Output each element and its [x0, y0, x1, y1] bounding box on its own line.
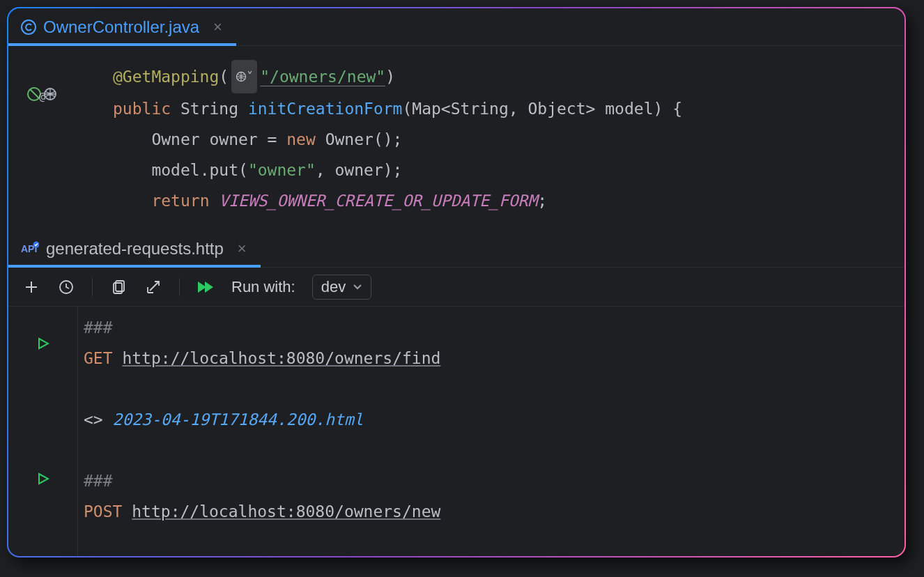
separator: ### — [84, 472, 113, 490]
close-icon[interactable]: × — [213, 18, 222, 36]
run-icon[interactable] — [37, 472, 49, 485]
mapping-path[interactable]: "/owners/new" — [260, 68, 385, 86]
tab-generated-requests[interactable]: API generated-requests.http × — [8, 230, 259, 267]
editor-gutter: @ — [8, 46, 78, 230]
run-icon[interactable] — [37, 337, 49, 350]
svg-point-0 — [22, 20, 36, 34]
tab-label: generated-requests.http — [46, 239, 224, 259]
request-url[interactable]: http://localhost:8080/owners/find — [122, 349, 440, 367]
http-tabbar: API generated-requests.http × — [8, 230, 904, 268]
import-icon[interactable] — [144, 278, 162, 296]
http-editor[interactable]: ### GET http://localhost:8080/owners/fin… — [8, 307, 904, 556]
http-code-area[interactable]: ### GET http://localhost:8080/owners/fin… — [78, 307, 904, 556]
method-name: initCreationForm — [248, 100, 403, 118]
code-area[interactable]: @GetMapping(˅"/owners/new") public Strin… — [78, 46, 904, 230]
examples-icon[interactable] — [109, 278, 128, 296]
http-file-icon: API — [21, 241, 39, 256]
run-all-icon[interactable] — [197, 278, 215, 296]
svg-text:@: @ — [39, 91, 45, 103]
response-file-link[interactable]: 2023-04-19T171844.200.html — [113, 410, 364, 429]
run-with-label: Run with: — [231, 278, 295, 296]
env-dropdown[interactable]: dev — [312, 275, 371, 300]
http-toolbar: Run with: dev — [8, 268, 904, 307]
chevron-down-icon — [353, 284, 362, 291]
view-constant: VIEWS_OWNER_CREATE_OR_UPDATE_FORM — [219, 192, 537, 210]
editor-tabbar: OwnerController.java × — [8, 8, 904, 46]
http-verb: GET — [84, 349, 113, 367]
tab-owner-controller[interactable]: OwnerController.java × — [8, 8, 235, 45]
close-icon[interactable]: × — [238, 240, 247, 258]
annotation: @GetMapping — [113, 68, 219, 86]
tab-label: OwnerController.java — [43, 17, 199, 37]
divider — [179, 278, 180, 296]
history-icon[interactable] — [57, 278, 75, 296]
env-value: dev — [321, 278, 346, 296]
add-icon[interactable] — [22, 278, 40, 296]
request-url[interactable]: http://localhost:8080/owners/new — [132, 502, 440, 521]
globe-icon[interactable]: ˅ — [231, 60, 257, 93]
ide-window: OwnerController.java × @ @GetMapping(˅"/… — [7, 7, 906, 557]
divider — [92, 278, 93, 296]
http-verb: POST — [84, 502, 122, 521]
separator: ### — [84, 318, 113, 337]
gutter-web-icon[interactable]: @ — [26, 85, 60, 103]
java-class-icon — [21, 20, 36, 35]
http-gutter — [8, 307, 78, 556]
svg-line-2 — [30, 89, 39, 98]
java-editor[interactable]: @ @GetMapping(˅"/owners/new") public Str… — [8, 46, 904, 230]
